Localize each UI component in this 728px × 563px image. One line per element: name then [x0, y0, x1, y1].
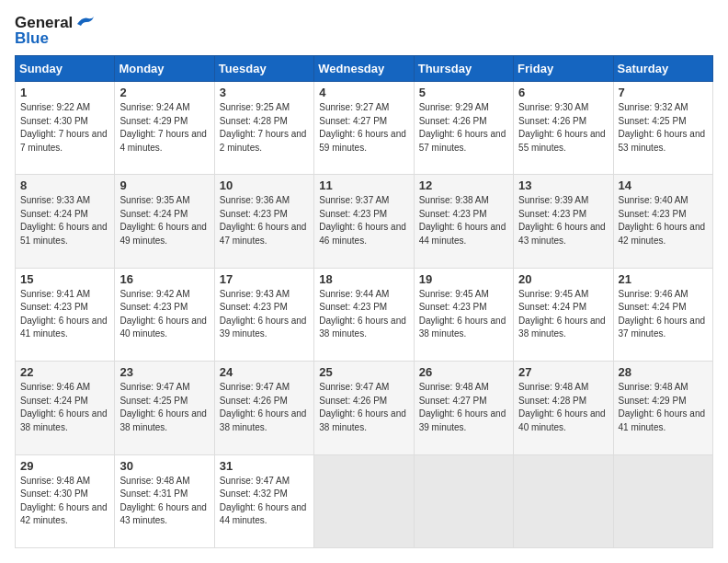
weekday-header-row: Sunday Monday Tuesday Wednesday Thursday… — [16, 56, 713, 82]
day-number: 4 — [319, 86, 408, 99]
day-number: 25 — [319, 365, 408, 379]
day-number: 15 — [20, 272, 109, 286]
calendar-cell: 31 Sunrise: 9:47 AM Sunset: 4:32 PM Dayl… — [214, 454, 313, 547]
day-info: Sunrise: 9:24 AM Sunset: 4:29 PM Dayligh… — [119, 101, 209, 155]
sunrise-label: Sunrise: 9:29 AM — [419, 102, 489, 112]
day-info: Sunrise: 9:40 AM Sunset: 4:23 PM Dayligh… — [619, 194, 708, 247]
header-sunday: Sunday — [16, 56, 115, 82]
calendar-cell: 28 Sunrise: 9:48 AM Sunset: 4:29 PM Dayl… — [613, 362, 712, 454]
sunset-label: Sunset: 4:24 PM — [20, 396, 88, 406]
sunset-label: Sunset: 4:23 PM — [220, 209, 288, 219]
calendar-cell: 7 Sunrise: 9:32 AM Sunset: 4:25 PM Dayli… — [613, 82, 712, 175]
sunset-label: Sunset: 4:26 PM — [518, 116, 586, 126]
calendar-cell: 1 Sunrise: 9:22 AM Sunset: 4:30 PM Dayli… — [16, 82, 115, 175]
sunrise-label: Sunrise: 9:44 AM — [319, 289, 389, 299]
sunset-label: Sunset: 4:23 PM — [220, 302, 288, 312]
sunset-label: Sunset: 4:23 PM — [119, 302, 188, 312]
sunrise-label: Sunrise: 9:48 AM — [20, 476, 90, 486]
calendar-cell: 20 Sunrise: 9:45 AM Sunset: 4:24 PM Dayl… — [514, 268, 613, 361]
day-info: Sunrise: 9:44 AM Sunset: 4:23 PM Dayligh… — [319, 288, 408, 341]
daylight-label: Daylight: 6 hours and 37 minutes. — [619, 316, 706, 339]
sunrise-label: Sunrise: 9:37 AM — [319, 195, 389, 205]
daylight-label: Daylight: 7 hours and 7 minutes. — [20, 129, 108, 153]
sunset-label: Sunset: 4:27 PM — [419, 396, 487, 406]
daylight-label: Daylight: 6 hours and 38 minutes. — [419, 316, 506, 339]
day-number: 23 — [119, 365, 209, 379]
daylight-label: Daylight: 6 hours and 39 minutes. — [419, 408, 506, 432]
sunset-label: Sunset: 4:23 PM — [319, 209, 387, 219]
day-number: 29 — [20, 459, 109, 473]
sunrise-label: Sunrise: 9:27 AM — [319, 102, 389, 112]
calendar-cell: 12 Sunrise: 9:38 AM Sunset: 4:23 PM Dayl… — [414, 175, 513, 268]
day-info: Sunrise: 9:47 AM Sunset: 4:26 PM Dayligh… — [220, 381, 309, 434]
sunrise-label: Sunrise: 9:35 AM — [119, 195, 189, 205]
daylight-label: Daylight: 7 hours and 4 minutes. — [119, 129, 207, 153]
sunrise-label: Sunrise: 9:47 AM — [119, 382, 189, 392]
daylight-label: Daylight: 6 hours and 43 minutes. — [119, 502, 207, 526]
sunrise-label: Sunrise: 9:48 AM — [419, 382, 489, 392]
calendar-week-row: 15 Sunrise: 9:41 AM Sunset: 4:23 PM Dayl… — [16, 268, 713, 361]
day-info: Sunrise: 9:43 AM Sunset: 4:23 PM Dayligh… — [220, 288, 309, 341]
sunset-label: Sunset: 4:23 PM — [419, 209, 487, 219]
day-info: Sunrise: 9:27 AM Sunset: 4:27 PM Dayligh… — [319, 101, 408, 155]
sunset-label: Sunset: 4:24 PM — [20, 209, 88, 219]
daylight-label: Daylight: 6 hours and 53 minutes. — [619, 129, 706, 153]
sunset-label: Sunset: 4:25 PM — [119, 396, 188, 406]
sunrise-label: Sunrise: 9:40 AM — [619, 195, 688, 205]
calendar-cell: 30 Sunrise: 9:48 AM Sunset: 4:31 PM Dayl… — [115, 454, 214, 547]
calendar-cell: 5 Sunrise: 9:29 AM Sunset: 4:26 PM Dayli… — [414, 82, 513, 175]
day-number: 7 — [619, 86, 708, 99]
sunrise-label: Sunrise: 9:41 AM — [20, 289, 90, 299]
day-number: 18 — [319, 272, 408, 286]
calendar-cell: 21 Sunrise: 9:46 AM Sunset: 4:24 PM Dayl… — [613, 268, 712, 361]
day-info: Sunrise: 9:35 AM Sunset: 4:24 PM Dayligh… — [119, 194, 209, 247]
daylight-label: Daylight: 6 hours and 47 minutes. — [220, 222, 307, 246]
day-number: 14 — [619, 178, 708, 192]
logo-bird-icon — [75, 15, 96, 30]
day-info: Sunrise: 9:37 AM Sunset: 4:23 PM Dayligh… — [319, 194, 408, 247]
calendar-cell: 4 Sunrise: 9:27 AM Sunset: 4:27 PM Dayli… — [314, 82, 414, 175]
day-info: Sunrise: 9:47 AM Sunset: 4:26 PM Dayligh… — [319, 381, 408, 434]
sunrise-label: Sunrise: 9:39 AM — [518, 195, 588, 205]
calendar-cell: 3 Sunrise: 9:25 AM Sunset: 4:28 PM Dayli… — [214, 82, 313, 175]
sunrise-label: Sunrise: 9:45 AM — [419, 289, 489, 299]
day-number: 27 — [518, 365, 608, 379]
day-number: 22 — [20, 365, 109, 379]
daylight-label: Daylight: 6 hours and 42 minutes. — [619, 222, 706, 246]
logo: General Blue — [15, 15, 96, 46]
daylight-label: Daylight: 6 hours and 38 minutes. — [518, 316, 606, 339]
day-info: Sunrise: 9:47 AM Sunset: 4:25 PM Dayligh… — [119, 381, 209, 434]
logo-general: General — [15, 15, 96, 30]
calendar-cell: 15 Sunrise: 9:41 AM Sunset: 4:23 PM Dayl… — [16, 268, 115, 361]
sunrise-label: Sunrise: 9:47 AM — [220, 476, 290, 486]
daylight-label: Daylight: 6 hours and 44 minutes. — [419, 222, 506, 246]
sunrise-label: Sunrise: 9:36 AM — [220, 195, 290, 205]
daylight-label: Daylight: 6 hours and 51 minutes. — [20, 222, 108, 246]
calendar-cell: 10 Sunrise: 9:36 AM Sunset: 4:23 PM Dayl… — [214, 175, 313, 268]
sunset-label: Sunset: 4:29 PM — [619, 396, 687, 406]
day-info: Sunrise: 9:46 AM Sunset: 4:24 PM Dayligh… — [619, 288, 708, 341]
calendar-cell: 25 Sunrise: 9:47 AM Sunset: 4:26 PM Dayl… — [314, 362, 414, 454]
calendar-cell — [514, 454, 613, 547]
calendar-week-row: 22 Sunrise: 9:46 AM Sunset: 4:24 PM Dayl… — [16, 362, 713, 454]
sunrise-label: Sunrise: 9:30 AM — [518, 102, 588, 112]
calendar-cell — [314, 454, 414, 547]
calendar-week-row: 1 Sunrise: 9:22 AM Sunset: 4:30 PM Dayli… — [16, 82, 713, 175]
day-info: Sunrise: 9:47 AM Sunset: 4:32 PM Dayligh… — [220, 475, 309, 528]
sunset-label: Sunset: 4:24 PM — [619, 302, 687, 312]
daylight-label: Daylight: 6 hours and 38 minutes. — [20, 408, 108, 432]
daylight-label: Daylight: 6 hours and 38 minutes. — [319, 316, 406, 339]
sunset-label: Sunset: 4:23 PM — [419, 302, 487, 312]
daylight-label: Daylight: 6 hours and 49 minutes. — [119, 222, 207, 246]
header-monday: Monday — [115, 56, 214, 82]
calendar-cell: 19 Sunrise: 9:45 AM Sunset: 4:23 PM Dayl… — [414, 268, 513, 361]
sunrise-label: Sunrise: 9:38 AM — [419, 195, 489, 205]
sunrise-label: Sunrise: 9:48 AM — [518, 382, 588, 392]
calendar-week-row: 29 Sunrise: 9:48 AM Sunset: 4:30 PM Dayl… — [16, 454, 713, 547]
day-info: Sunrise: 9:48 AM Sunset: 4:28 PM Dayligh… — [518, 381, 608, 434]
daylight-label: Daylight: 6 hours and 38 minutes. — [119, 408, 207, 432]
logo-blue: Blue — [15, 30, 96, 46]
day-info: Sunrise: 9:42 AM Sunset: 4:23 PM Dayligh… — [119, 288, 209, 341]
sunset-label: Sunset: 4:31 PM — [119, 488, 188, 499]
day-info: Sunrise: 9:45 AM Sunset: 4:24 PM Dayligh… — [518, 288, 608, 341]
